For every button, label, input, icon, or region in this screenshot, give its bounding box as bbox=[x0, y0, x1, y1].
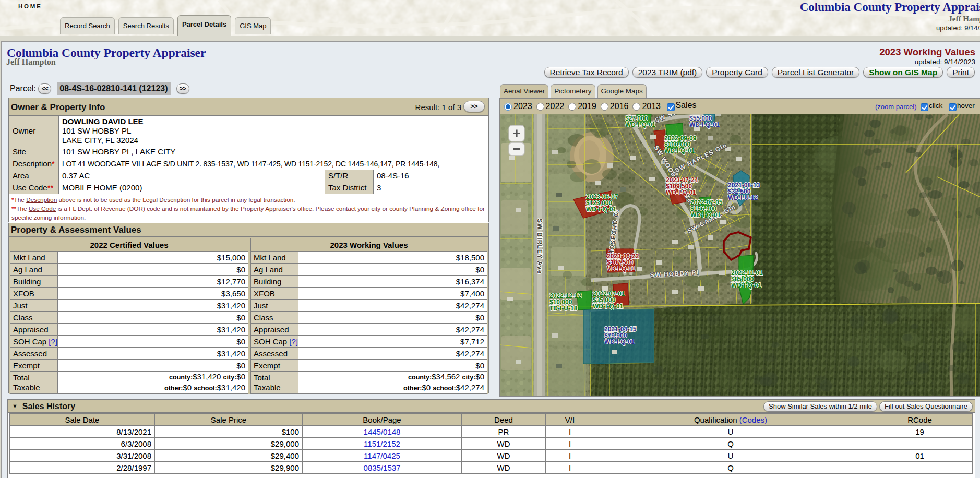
svg-text:SW BIRLEY Ave: SW BIRLEY Ave bbox=[536, 219, 543, 274]
